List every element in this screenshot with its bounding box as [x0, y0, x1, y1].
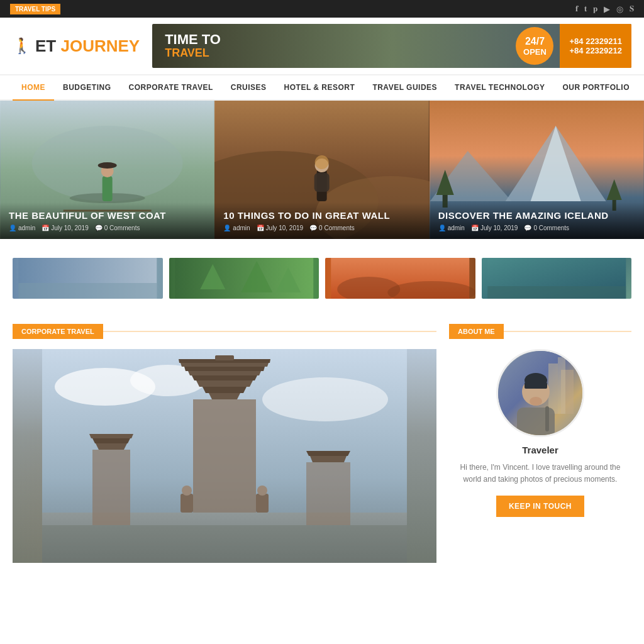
avatar [496, 349, 584, 437]
travel-tips-badge[interactable]: TRAVEL TIPS [10, 4, 60, 14]
svg-point-67 [530, 397, 542, 406]
nav-cruises[interactable]: CRUISES [222, 75, 275, 99]
twitter-icon[interactable]: 𝐭 [584, 4, 587, 14]
svg-point-58 [257, 486, 267, 496]
svg-rect-3 [103, 176, 113, 201]
svg-point-36 [262, 377, 388, 421]
hero-card-1-overlay: THE BEAUTIFUL OF WEST COAT 👤 admin 📅 Jul… [0, 203, 214, 239]
banner: TIME TO TRAVEL 24/7 OPEN +84 22329211 +8… [152, 24, 631, 68]
svg-rect-32 [487, 286, 626, 299]
about-bio: Hi there, I'm Vincent. I love travelling… [449, 462, 631, 486]
hero-card-3[interactable]: DISCOVER THE AMAZING ICELAND 👤 admin 📅 J… [430, 101, 644, 239]
svg-point-5 [98, 162, 117, 169]
hero-card-3-date: 📅 July 10, 2019 [471, 225, 518, 231]
about-me-section: Traveler Hi there, I'm Vincent. I love t… [449, 349, 631, 517]
svg-point-13 [315, 155, 329, 169]
logo-icon: 🚶 [13, 37, 31, 55]
nav-hotel-resort[interactable]: HOTEL & RESORT [275, 75, 364, 99]
svg-point-56 [182, 486, 192, 496]
logo[interactable]: 🚶 ET JOURNEY [13, 36, 140, 56]
hero-card-1-title: THE BEAUTIFUL OF WEST COAT [9, 210, 206, 221]
svg-marker-38 [209, 393, 240, 399]
pinterest-icon[interactable]: 𝐩 [593, 4, 597, 14]
svg-rect-69 [545, 406, 549, 431]
svg-rect-12 [314, 173, 330, 192]
svg-rect-66 [525, 382, 547, 389]
svg-rect-59 [42, 525, 407, 563]
hero-card-2-meta: 👤 admin 📅 July 10, 2019 💬 0 Comments [223, 225, 420, 231]
logo-text: ET JOURNEY [35, 36, 140, 56]
svg-marker-40 [196, 380, 253, 387]
youtube-icon[interactable]: ▶ [604, 4, 610, 14]
svg-rect-63 [558, 357, 565, 414]
section-divider-left [103, 331, 436, 332]
section-divider-right [504, 331, 631, 332]
svg-rect-57 [256, 494, 269, 513]
corporate-travel-header: CORPORATE TRAVEL [13, 324, 436, 339]
banner-open-badge: 24/7 OPEN [516, 27, 553, 65]
svg-marker-39 [203, 387, 247, 393]
thumb-2[interactable] [169, 258, 319, 299]
keep-in-touch-button[interactable]: KEEP IN TOUCH [496, 496, 584, 517]
left-column: CORPORATE TRAVEL [13, 324, 436, 563]
nav-travel-guides[interactable]: TRAVEL GUIDES [364, 75, 446, 99]
hero-card-2-comments: 💬 0 Comments [309, 225, 355, 231]
nav-budgeting[interactable]: BUDGETING [54, 75, 120, 99]
hero-card-2-overlay: 10 THINGS TO DO IN GREAT WALL 👤 admin 📅 … [214, 203, 429, 239]
right-column: ABOUT ME [449, 324, 631, 563]
svg-marker-54 [306, 451, 350, 456]
hero-card-3-title: DISCOVER THE AMAZING ICELAND [438, 210, 635, 221]
hero-card-3-author: 👤 admin [438, 225, 465, 231]
featured-image[interactable] [13, 349, 436, 563]
hero-card-3-overlay: DISCOVER THE AMAZING ICELAND 👤 admin 📅 J… [430, 203, 644, 239]
skype-icon[interactable]: 𝐒 [630, 4, 634, 14]
svg-rect-48 [92, 450, 130, 525]
corporate-travel-badge: CORPORATE TRAVEL [13, 324, 103, 339]
thumb-4[interactable] [482, 258, 632, 299]
hero-card-2[interactable]: 10 THINGS TO DO IN GREAT WALL 👤 admin 📅 … [214, 101, 429, 239]
svg-rect-37 [193, 399, 256, 525]
svg-marker-51 [89, 434, 133, 438]
thumb-1[interactable] [13, 258, 163, 299]
about-me-badge: ABOUT ME [449, 324, 504, 339]
facebook-icon[interactable]: 𝐟 [575, 4, 578, 14]
svg-rect-52 [306, 462, 350, 525]
hero-card-1-comments: 💬 0 Comments [95, 225, 140, 231]
svg-marker-42 [188, 371, 261, 375]
nav-corporate-travel[interactable]: CORPORATE TRAVEL [120, 75, 222, 99]
svg-rect-55 [180, 494, 193, 513]
svg-rect-23 [18, 283, 157, 299]
top-bar: TRAVEL TIPS 𝐟 𝐭 𝐩 ▶ ◎ 𝐒 [0, 0, 644, 18]
banner-phones: +84 22329211 +84 22329212 [560, 24, 631, 68]
hero-card-1-date: 📅 July 10, 2019 [42, 225, 89, 231]
svg-rect-61 [548, 364, 558, 414]
main-content: CORPORATE TRAVEL [0, 311, 644, 575]
svg-marker-49 [96, 443, 127, 450]
svg-marker-43 [184, 367, 265, 371]
main-nav: HOME BUDGETING CORPORATE TRAVEL CRUISES … [0, 74, 644, 101]
svg-marker-50 [92, 438, 130, 443]
nav-travel-technology[interactable]: TRAVEL TECHNOLOGY [446, 75, 553, 99]
svg-rect-46 [215, 355, 234, 360]
hero-card-2-title: 10 THINGS TO DO IN GREAT WALL [223, 210, 420, 221]
hero-card-2-date: 📅 July 10, 2019 [257, 225, 304, 231]
nav-home[interactable]: HOME [13, 75, 54, 101]
hero-card-3-comments: 💬 0 Comments [524, 225, 569, 231]
hero-section: THE BEAUTIFUL OF WEST COAT 👤 admin 📅 Jul… [0, 101, 644, 239]
banner-text: TIME TO TRAVEL [152, 26, 233, 66]
svg-marker-44 [180, 363, 269, 367]
hero-card-3-meta: 👤 admin 📅 July 10, 2019 💬 0 Comments [438, 225, 635, 231]
svg-marker-41 [192, 375, 257, 380]
svg-marker-53 [310, 456, 347, 462]
hero-card-2-author: 👤 admin [223, 225, 250, 231]
hero-card-1-author: 👤 admin [9, 225, 35, 231]
instagram-icon[interactable]: ◎ [616, 4, 623, 14]
nav-our-portfolio[interactable]: OUR PORTFOLIO [554, 75, 639, 99]
thumb-3[interactable] [325, 258, 475, 299]
hero-card-1[interactable]: THE BEAUTIFUL OF WEST COAT 👤 admin 📅 Jul… [0, 101, 214, 239]
hero-card-1-meta: 👤 admin 📅 July 10, 2019 💬 0 Comments [9, 225, 206, 231]
thumbnail-strip [0, 239, 644, 311]
about-me-header: ABOUT ME [449, 324, 631, 339]
social-icons: 𝐟 𝐭 𝐩 ▶ ◎ 𝐒 [575, 4, 634, 14]
traveler-label: Traveler [449, 445, 631, 455]
